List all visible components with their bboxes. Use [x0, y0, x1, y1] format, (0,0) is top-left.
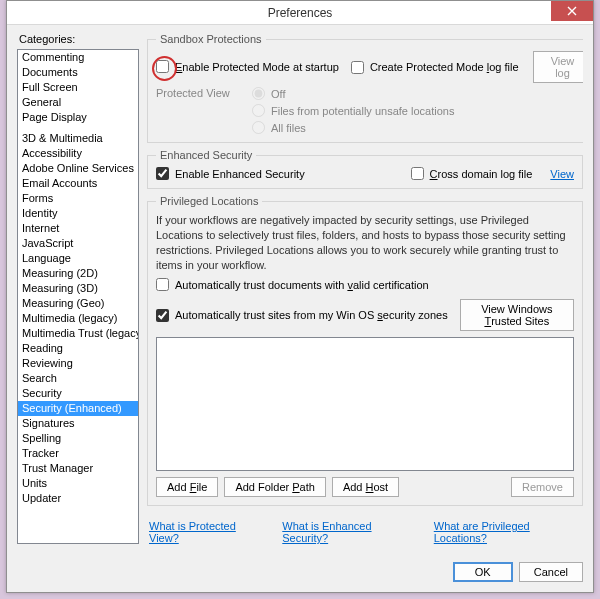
category-item[interactable]: Updater [18, 491, 138, 506]
view-trusted-sites-button[interactable]: View Windows Trusted Sites [460, 299, 574, 331]
window-title: Preferences [268, 6, 333, 20]
preferences-dialog: Preferences Categories: CommentingDocume… [6, 0, 594, 593]
category-item[interactable]: Reading [18, 341, 138, 356]
enhanced-legend: Enhanced Security [156, 149, 256, 161]
cancel-button[interactable]: Cancel [519, 562, 583, 582]
enable-protected-mode-checkbox[interactable] [156, 60, 169, 73]
category-item[interactable]: Forms [18, 191, 138, 206]
enable-enhanced-label[interactable]: Enable Enhanced Security [175, 168, 305, 180]
priv-help-text: If your workflows are negatively impacte… [156, 213, 574, 272]
category-item[interactable]: Documents [18, 65, 138, 80]
create-log-label[interactable]: Create Protected Mode log file [370, 61, 519, 73]
pv-all-radio[interactable] [252, 121, 265, 134]
enable-enhanced-checkbox[interactable] [156, 167, 169, 180]
category-item[interactable]: Measuring (3D) [18, 281, 138, 296]
pv-all-label[interactable]: All files [271, 122, 306, 134]
enhanced-security-group: Enhanced Security Enable Enhanced Securi… [147, 149, 583, 189]
category-item[interactable]: Search [18, 371, 138, 386]
create-log-checkbox[interactable] [351, 61, 364, 74]
category-item[interactable]: Signatures [18, 416, 138, 431]
category-item[interactable]: Measuring (2D) [18, 266, 138, 281]
privileged-locations-list[interactable] [156, 337, 574, 471]
auto-trust-docs-label[interactable]: Automatically trust documents with valid… [175, 279, 429, 291]
category-item[interactable]: Tracker [18, 446, 138, 461]
pv-unsafe-radio[interactable] [252, 104, 265, 117]
help-enhanced-security-link[interactable]: What is Enhanced Security? [282, 520, 417, 544]
cross-domain-label[interactable]: Cross domain log file [430, 168, 533, 180]
pv-off-label[interactable]: Off [271, 88, 285, 100]
category-item[interactable]: Adobe Online Services [18, 161, 138, 176]
view-link[interactable]: View [550, 168, 574, 180]
category-item[interactable]: General [18, 95, 138, 110]
close-button[interactable] [551, 1, 593, 21]
ok-button[interactable]: OK [453, 562, 513, 582]
category-item[interactable]: Spelling [18, 431, 138, 446]
priv-legend: Privileged Locations [156, 195, 262, 207]
category-item[interactable]: 3D & Multimedia [18, 131, 138, 146]
category-list[interactable]: CommentingDocumentsFull ScreenGeneralPag… [17, 49, 139, 544]
category-item[interactable]: Commenting [18, 50, 138, 65]
category-item[interactable]: Multimedia (legacy) [18, 311, 138, 326]
view-log-button[interactable]: View log [533, 51, 584, 83]
category-item[interactable]: Email Accounts [18, 176, 138, 191]
category-item[interactable]: Full Screen [18, 80, 138, 95]
pv-off-radio[interactable] [252, 87, 265, 100]
enable-protected-mode-label[interactable]: Enable Protected Mode at startup [175, 61, 339, 73]
cross-domain-checkbox[interactable] [411, 167, 424, 180]
category-item[interactable]: Security [18, 386, 138, 401]
auto-trust-sites-checkbox[interactable] [156, 309, 169, 322]
sandbox-legend: Sandbox Protections [156, 33, 266, 45]
category-item[interactable]: JavaScript [18, 236, 138, 251]
privileged-locations-group: Privileged Locations If your workflows a… [147, 195, 583, 506]
category-item[interactable]: Page Display [18, 110, 138, 125]
add-host-button[interactable]: Add Host [332, 477, 399, 497]
pv-unsafe-label[interactable]: Files from potentially unsafe locations [271, 105, 454, 117]
titlebar: Preferences [7, 1, 593, 25]
category-item[interactable]: Units [18, 476, 138, 491]
category-item[interactable]: Trust Manager [18, 461, 138, 476]
add-file-button[interactable]: Add File [156, 477, 218, 497]
category-item[interactable]: Reviewing [18, 356, 138, 371]
remove-button[interactable]: Remove [511, 477, 574, 497]
help-privileged-locations-link[interactable]: What are Privileged Locations? [434, 520, 583, 544]
sandbox-protections-group: Sandbox Protections Enable Protected Mod… [147, 33, 583, 143]
auto-trust-sites-label[interactable]: Automatically trust sites from my Win OS… [175, 309, 448, 321]
close-icon [567, 6, 577, 16]
category-item[interactable]: Measuring (Geo) [18, 296, 138, 311]
protected-mode-highlight [156, 60, 169, 75]
category-item[interactable]: Language [18, 251, 138, 266]
category-item[interactable]: Accessibility [18, 146, 138, 161]
categories-label: Categories: [19, 33, 139, 45]
help-protected-view-link[interactable]: What is Protected View? [149, 520, 266, 544]
auto-trust-docs-checkbox[interactable] [156, 278, 169, 291]
category-item[interactable]: Internet [18, 221, 138, 236]
category-item[interactable]: Security (Enhanced) [18, 401, 138, 416]
protected-view-label: Protected View [156, 87, 244, 99]
category-item[interactable]: Multimedia Trust (legacy) [18, 326, 138, 341]
category-item[interactable]: Identity [18, 206, 138, 221]
add-folder-button[interactable]: Add Folder Path [224, 477, 326, 497]
